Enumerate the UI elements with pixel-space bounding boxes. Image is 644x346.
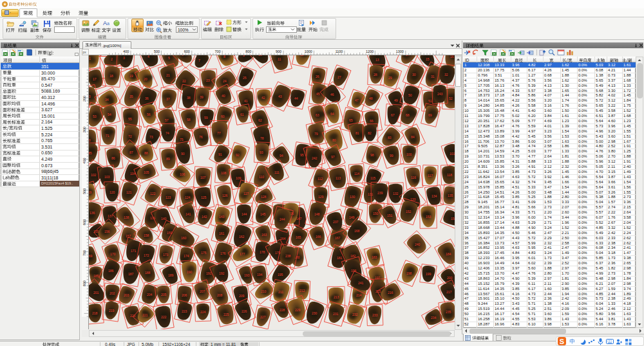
svg-text:400: 400 [82,158,86,163]
svg-text:800: 800 [245,50,251,53]
svg-text:a: a [107,21,109,26]
svg-text:600: 600 [82,219,86,225]
svg-text:500: 500 [82,188,86,194]
svg-text:1100: 1100 [336,50,343,53]
svg-text:600: 600 [184,50,190,53]
svg-text:1300: 1300 [396,50,404,53]
svg-text:400: 400 [123,50,129,53]
svg-text:300: 300 [82,127,86,132]
svg-text:S: S [560,338,564,345]
svg-text:900: 900 [276,50,281,53]
svg-text:700: 700 [82,250,86,256]
svg-text:800: 800 [82,280,86,286]
svg-text:1000: 1000 [305,50,312,53]
svg-text:700: 700 [214,50,220,53]
svg-text:500: 500 [154,50,160,53]
svg-text:1200: 1200 [366,50,374,53]
svg-text:200: 200 [82,96,86,102]
